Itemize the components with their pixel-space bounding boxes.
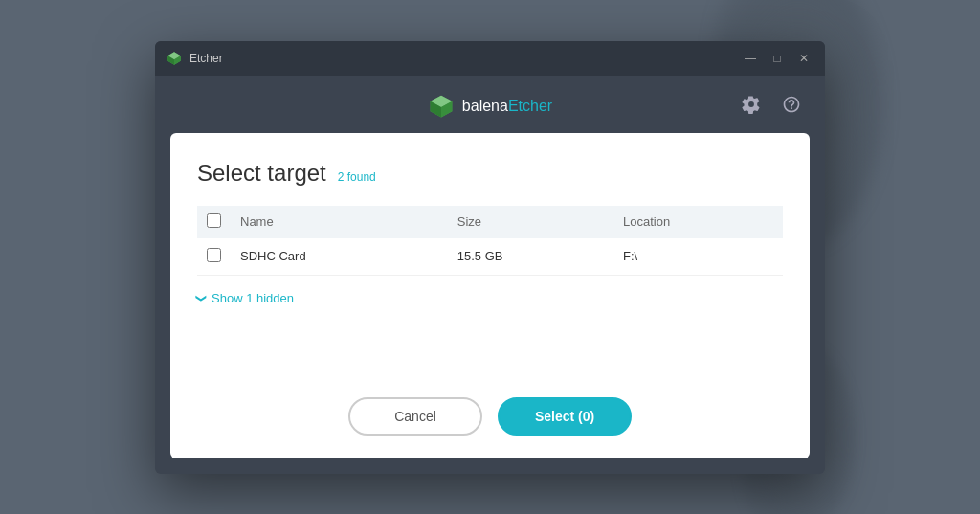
logo: balenaEtcher [428,93,552,120]
modal-body: Select target 2 found Name Size Location [170,133,810,458]
header-checkbox-cell [197,206,231,238]
settings-button[interactable] [737,90,766,119]
cancel-button[interactable]: Cancel [348,397,482,436]
help-button[interactable] [777,90,806,119]
titlebar-controls: — □ ✕ [741,49,813,68]
show-hidden-button[interactable]: ❯ Show 1 hidden [197,291,783,305]
modal-title-row: Select target 2 found [197,160,783,187]
titlebar: Etcher — □ ✕ [155,41,825,76]
titlebar-title: Etcher [189,52,741,65]
show-hidden-label: Show 1 hidden [212,291,294,305]
logo-text: balenaEtcher [462,98,552,115]
logo-balena: balena [462,98,508,114]
close-button[interactable]: ✕ [794,49,813,68]
table-row: SDHC Card 15.5 GB F:\ [197,238,783,276]
app-header: balenaEtcher [155,76,825,133]
logo-etcher: Etcher [508,98,552,114]
titlebar-app-icon [167,51,182,66]
header-icons [737,90,806,119]
modal-title: Select target [197,160,326,187]
chevron-down-icon: ❯ [195,294,208,302]
table-header: Name Size Location [197,206,783,238]
minimize-button[interactable]: — [741,49,760,68]
row-checkbox[interactable] [207,248,221,262]
target-table: Name Size Location SDHC Card 15.5 GB F:\ [197,206,783,276]
found-badge: 2 found [338,170,376,184]
row-location: F:\ [613,238,783,276]
help-icon [782,95,801,114]
maximize-button[interactable]: □ [768,49,787,68]
row-name: SDHC Card [231,238,448,276]
modal-spacer [197,305,783,382]
column-name: Name [231,206,448,238]
table-body: SDHC Card 15.5 GB F:\ [197,238,783,276]
select-all-checkbox[interactable] [207,213,221,228]
column-size: Size [448,206,613,238]
row-checkbox-cell [197,238,231,276]
balena-logo-icon [428,93,455,120]
select-button[interactable]: Select (0) [498,397,632,436]
row-size: 15.5 GB [448,238,613,276]
app-window: Etcher — □ ✕ balenaEtcher [155,41,825,474]
modal-footer: Cancel Select (0) [197,397,783,436]
column-location: Location [613,206,783,238]
gear-icon [742,95,761,114]
